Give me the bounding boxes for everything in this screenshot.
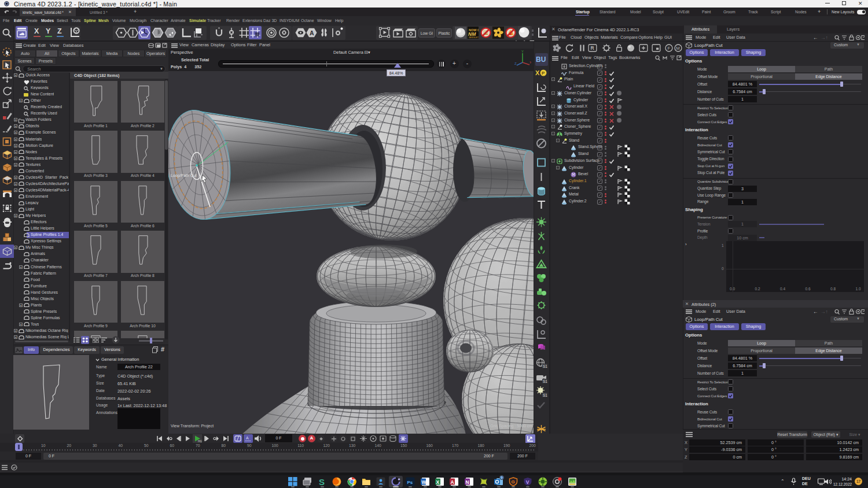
- svg-text:A: A: [451, 479, 454, 485]
- svg-text:V: V: [526, 479, 529, 485]
- svg-text:S1: S1: [543, 393, 547, 397]
- svg-text:Y: Y: [521, 50, 524, 53]
- svg-text:A: A: [246, 436, 249, 440]
- svg-text:M: M: [676, 46, 679, 51]
- svg-text:X: X: [436, 479, 440, 485]
- svg-text:S: S: [319, 477, 325, 486]
- svg-text:X: X: [535, 69, 540, 76]
- svg-text:W: W: [421, 479, 426, 485]
- svg-text:A: A: [310, 29, 314, 36]
- svg-text:Ps: Ps: [407, 480, 413, 485]
- svg-text:S1: S1: [543, 364, 547, 368]
- svg-text:Loop/Path Cut: Loop/Path Cut: [171, 173, 197, 178]
- svg-text:G: G: [512, 479, 515, 485]
- svg-text:X: X: [529, 61, 531, 64]
- svg-text:NEWSLETTER 4.0: NEWSLETTER 4.0: [469, 36, 479, 39]
- svg-text:F: F: [667, 46, 670, 51]
- svg-text:R: R: [591, 45, 595, 51]
- svg-text:S1: S1: [543, 379, 547, 383]
- svg-text:P: P: [542, 71, 545, 76]
- svg-text:Z: Z: [514, 62, 517, 65]
- svg-text:N: N: [465, 479, 469, 485]
- svg-text:BU: BU: [536, 56, 546, 64]
